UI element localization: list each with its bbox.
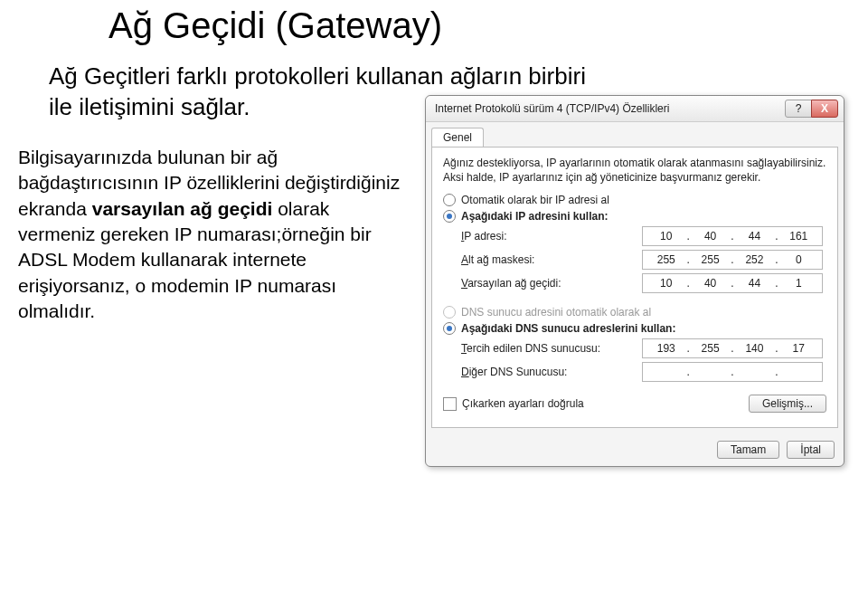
radio-use-ip-rest: şağıdaki IP adresini kullan: [469,210,609,223]
gw-seg-1: 10 [646,277,686,290]
radio-auto-ip-label: Otomatik olarak bir IP adresi al [461,194,609,206]
gw-seg-4: 1 [779,277,819,290]
field-gateway: Varsayılan ağ geçidi: 10. 40. 44. 1 [443,273,826,293]
dialog-title: Internet Protokolü sürüm 4 (TCP/IPv4) Öz… [435,102,669,115]
ip-seg-2: 40 [691,230,731,243]
radio-icon [443,194,456,206]
tab-row: Genel [426,122,844,147]
gateway-input[interactable]: 10. 40. 44. 1 [642,273,823,293]
ip-seg-4: 161 [779,230,819,243]
radio-use-dns-rest: şağıdaki DNS sunucu adreslerini kullan: [469,322,676,335]
paragraph-bold: varsayılan ağ geçidi [92,198,273,219]
mask-seg-3: 252 [735,253,775,266]
dns1-seg-4: 17 [779,342,819,355]
window-buttons: ? X [786,100,838,118]
tab-general[interactable]: Genel [431,128,484,147]
radio-auto-dns: DNS sunucu adresini otomatik olarak al [443,306,826,319]
advanced-ul: G [762,397,770,410]
preferred-dns-input[interactable]: 193. 255. 140. 17 [642,338,823,358]
validate-settings-row: Çıkarken ayarları doğrula Gelişmiş... [443,395,826,413]
dns1-seg-2: 255 [691,342,731,355]
radio-use-ip[interactable]: Aşağıdaki IP adresini kullan: [443,210,826,223]
dialog-footer: Tamam İptal [426,433,844,466]
field-dns1: Tercih edilen DNS sunucusu: 193. 255. 14… [443,338,826,358]
ip-label-rest: P adresi: [464,230,506,243]
radio-auto-dns-label: DNS sunucu adresini otomatik olarak al [461,306,651,319]
ip-address-input[interactable]: 10. 40. 44. 161 [642,226,823,246]
validate-settings-label: Çıkarken ayarları doğrula [462,397,584,410]
field-ip: IP adresi: 10. 40. 44. 161 [443,226,826,246]
dns1-seg-3: 140 [735,342,775,355]
radio-icon [443,210,456,223]
close-button[interactable]: X [811,100,838,118]
dns1-seg-1: 193 [646,342,686,355]
mask-seg-4: 0 [779,253,819,266]
gateway-label: Varsayılan ağ geçidi: [443,277,642,290]
radio-icon [443,322,456,335]
page-title: Ağ Geçidi (Gateway) [108,5,442,46]
preferred-dns-label: Tercih edilen DNS sunucusu: [443,342,642,355]
radio-use-dns[interactable]: Aşağıdaki DNS sunucu adreslerini kullan: [443,322,826,335]
gw-label-rest: arsayılan ağ geçidi: [467,277,561,290]
advanced-button[interactable]: Gelişmiş... [749,395,826,413]
dns2-label-rest: iğer DNS Sunucusu: [469,366,568,378]
dns1-label-rest: ercih edilen DNS sunucusu: [467,342,600,355]
subnet-mask-label: Alt ağ maskesi: [443,253,642,266]
mask-seg-2: 255 [691,253,731,266]
alternate-dns-label: Diğer DNS Sunucusu: [443,366,642,378]
ok-button[interactable]: Tamam [717,441,779,459]
mask-seg-1: 255 [646,253,686,266]
ip-seg-3: 44 [735,230,775,243]
field-mask: Alt ağ maskesi: 255. 255. 252. 0 [443,250,826,270]
gw-seg-2: 40 [691,277,731,290]
page-paragraph: Bilgisayarınızda bulunan bir ağ bağdaştı… [18,145,407,324]
gw-seg-3: 44 [735,277,775,290]
mask-label-rest: lt ağ maskesi: [468,253,534,266]
subnet-mask-input[interactable]: 255. 255. 252. 0 [642,250,823,270]
dialog-description: Ağınız destekliyorsa, IP ayarlarının oto… [443,157,826,185]
radio-use-dns-label: Aşağıdaki DNS sunucu adreslerini kullan: [461,322,675,335]
radio-icon [443,306,456,319]
ip-seg-1: 10 [646,230,686,243]
radio-auto-ip[interactable]: Otomatik olarak bir IP adresi al [443,194,826,206]
help-button[interactable]: ? [785,100,812,118]
close-icon: X [821,102,828,115]
alternate-dns-input[interactable]: . . . [642,362,823,382]
tcpip-dialog: Internet Protokolü sürüm 4 (TCP/IPv4) Öz… [425,95,844,467]
validate-settings-checkbox[interactable] [443,397,457,411]
help-icon: ? [796,102,802,115]
radio-use-dns-ul: A [461,322,469,335]
radio-use-ip-label: Aşağıdaki IP adresini kullan: [461,210,609,223]
ip-address-label: IP adresi: [443,230,642,243]
radio-use-ip-ul: A [461,210,469,223]
cancel-rest: ptal [804,443,821,456]
dns2-label-ul: D [461,366,469,378]
dialog-titlebar: Internet Protokolü sürüm 4 (TCP/IPv4) Öz… [426,96,844,122]
advanced-rest: elişmiş... [770,397,813,410]
dialog-panel: Ağınız destekliyorsa, IP ayarlarının oto… [431,147,838,428]
cancel-button[interactable]: İptal [787,441,835,459]
mask-label-ul: A [461,253,468,266]
field-dns2: Diğer DNS Sunucusu: . . . [443,362,826,382]
